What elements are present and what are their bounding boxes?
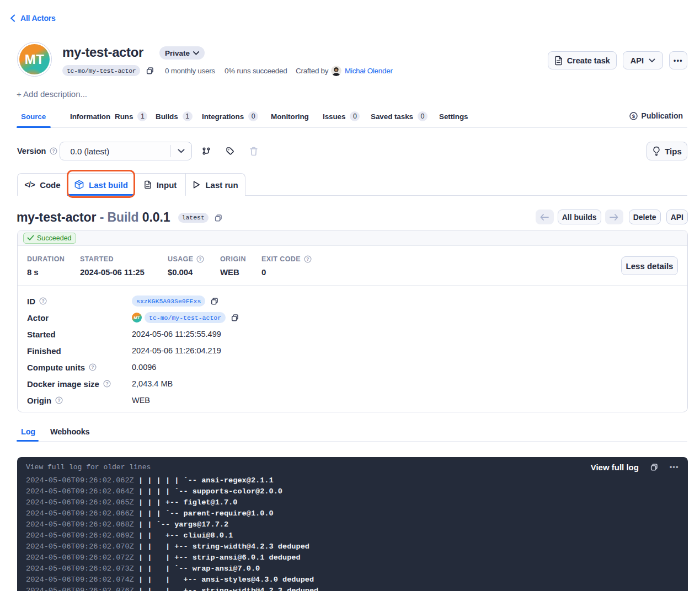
svg-text:?: ?	[58, 397, 61, 403]
svg-text:?: ?	[199, 256, 202, 262]
svg-text:?: ?	[41, 298, 44, 304]
svg-text:$: $	[632, 113, 635, 119]
svg-text:?: ?	[91, 364, 94, 370]
svg-text:?: ?	[306, 256, 309, 262]
svg-text:?: ?	[52, 148, 55, 154]
svg-text:?: ?	[105, 381, 108, 386]
